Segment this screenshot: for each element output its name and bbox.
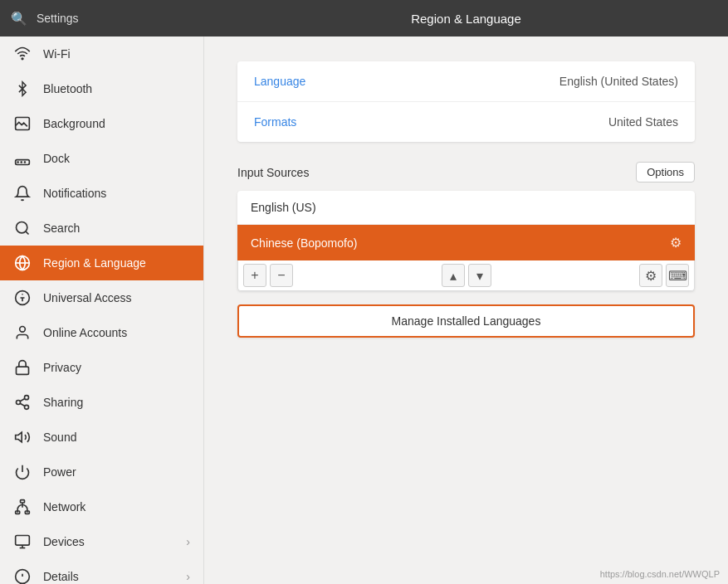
svg-point-0 [22,58,23,60]
bluetooth-icon [13,80,32,98]
sidebar-item-network-label: Network [43,500,86,513]
sidebar-item-background[interactable]: Background [0,106,203,141]
header-left: 🔍 Settings [0,9,204,27]
sidebar-item-search-label: Search [43,221,80,235]
input-source-english[interactable]: English (US) [237,191,695,225]
sidebar-item-sharing-label: Sharing [43,396,83,409]
sidebar-item-privacy[interactable]: Privacy [0,350,203,385]
svg-point-11 [22,294,23,295]
settings-source-button[interactable]: ⚙ [639,264,662,287]
manage-installed-languages-button[interactable]: Manage Installed Languages [237,304,695,338]
svg-point-14 [25,396,29,400]
search-sidebar-icon [13,219,32,237]
sidebar-item-region-label: Region & Language [43,256,146,270]
sidebar-item-background-label: Background [43,117,105,130]
sidebar-item-devices[interactable]: Devices › [0,524,203,559]
sidebar-item-online-accounts[interactable]: Online Accounts [0,315,203,350]
svg-rect-5 [24,161,27,163]
remove-source-button[interactable]: − [270,264,293,287]
svg-rect-4 [21,161,23,163]
input-sources-header: Input Sources Options [237,162,695,182]
language-row[interactable]: Language English (United States) [237,61,695,102]
sidebar-item-notifications[interactable]: Notifications [0,176,203,211]
svg-rect-3 [17,161,19,163]
language-label: Language [254,75,559,88]
url-hint: https://blog.csdn.net/WWQLP [600,569,720,579]
svg-rect-13 [17,367,29,374]
options-button[interactable]: Options [636,162,695,182]
sidebar-item-wifi-label: Wi-Fi [43,47,71,61]
sidebar-item-region-language[interactable]: Region & Language [0,246,203,280]
sidebar-item-sound-label: Sound [43,431,76,444]
svg-point-15 [17,401,21,405]
details-icon [13,567,32,584]
toolbar-right: ▴ ▾ [442,264,491,287]
input-source-chinese[interactable]: Chinese (Bopomofo) ⚙ [237,225,695,260]
keyboard-source-button[interactable]: ⌨ [666,264,689,287]
svg-line-17 [20,403,25,406]
add-source-button[interactable]: + [243,264,266,287]
dock-icon [13,149,32,168]
sidebar-item-details[interactable]: Details › [0,559,203,584]
sidebar-item-search[interactable]: Search [0,211,203,246]
input-source-english-label: English (US) [251,201,316,214]
svg-point-12 [20,327,26,333]
sidebar-item-notifications-label: Notifications [43,187,106,200]
manage-btn-wrapper: Manage Installed Languages [237,304,695,338]
sidebar-item-power-label: Power [43,465,76,479]
svg-line-18 [20,398,25,401]
region-icon [13,254,32,272]
input-sources-list: English (US) Chinese (Bopomofo) ⚙ [237,191,695,260]
sharing-icon [13,393,32,411]
formats-row[interactable]: Formats United States [237,102,695,142]
search-icon[interactable]: 🔍 [10,9,28,27]
sidebar-item-network[interactable]: Network [0,489,203,524]
devices-chevron-icon: › [186,535,190,548]
privacy-icon [13,358,32,377]
details-chevron-icon: › [186,570,190,583]
sidebar-item-bluetooth[interactable]: Bluetooth [0,71,203,106]
sidebar: Wi-Fi Bluetooth Background [0,36,204,584]
universal-access-icon [13,289,32,307]
input-sources-toolbar: + − ▴ ▾ ⚙ ⌨ [237,260,695,291]
toolbar-right2: ⚙ ⌨ [639,264,689,287]
sidebar-item-sharing[interactable]: Sharing [0,385,203,420]
input-source-chinese-label: Chinese (Bopomofo) [251,236,357,250]
sound-icon [13,428,32,446]
page-title: Region & Language [204,12,728,26]
formats-label: Formats [254,115,608,129]
input-source-gear-icon[interactable]: ⚙ [670,235,682,251]
svg-line-7 [26,231,29,235]
sidebar-item-universal-label: Universal Access [43,291,132,304]
online-accounts-icon [13,324,32,342]
svg-point-6 [17,222,27,233]
move-down-button[interactable]: ▾ [468,264,491,287]
formats-value: United States [608,115,678,129]
move-up-button[interactable]: ▴ [442,264,465,287]
sidebar-item-power[interactable]: Power [0,455,203,489]
sidebar-item-privacy-label: Privacy [43,361,81,374]
main-layout: Wi-Fi Bluetooth Background [0,36,728,584]
locale-settings-card: Language English (United States) Formats… [237,61,695,142]
language-value: English (United States) [559,75,678,88]
sidebar-item-online-label: Online Accounts [43,326,127,339]
svg-rect-25 [16,536,30,546]
devices-icon [13,533,32,551]
sidebar-item-universal-access[interactable]: Universal Access [0,280,203,315]
sidebar-item-details-label: Details [43,570,79,583]
sidebar-item-dock[interactable]: Dock [0,141,203,176]
input-sources-wrapper: English (US) Chinese (Bopomofo) ⚙ + − ▴ … [237,191,695,291]
network-icon [13,498,32,516]
sidebar-item-wifi[interactable]: Wi-Fi [0,36,203,71]
wifi-icon [13,45,32,63]
settings-label: Settings [37,12,79,25]
power-icon [13,463,32,481]
sidebar-item-sound[interactable]: Sound [0,420,203,455]
app-header: 🔍 Settings Region & Language [0,0,728,36]
background-icon [13,114,32,133]
svg-marker-19 [16,432,22,442]
svg-point-16 [25,405,29,409]
input-sources-title: Input Sources [237,166,309,179]
notifications-icon [13,184,32,202]
svg-rect-21 [21,500,25,503]
